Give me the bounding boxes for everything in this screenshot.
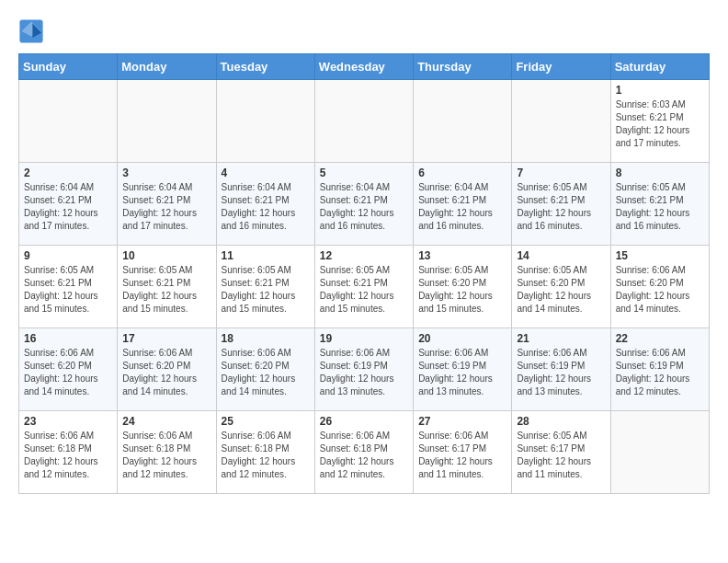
calendar-cell: 7Sunrise: 6:05 AM Sunset: 6:21 PM Daylig… (512, 163, 610, 246)
day-number: 20 (418, 332, 506, 345)
day-number: 19 (320, 332, 408, 345)
calendar-cell: 12Sunrise: 6:05 AM Sunset: 6:21 PM Dayli… (314, 246, 413, 328)
cell-info: Sunrise: 6:05 AM Sunset: 6:21 PM Dayligh… (122, 264, 210, 316)
cell-info: Sunrise: 6:04 AM Sunset: 6:21 PM Dayligh… (24, 181, 112, 233)
day-number: 26 (320, 415, 408, 428)
calendar-week-row: 23Sunrise: 6:06 AM Sunset: 6:18 PM Dayli… (19, 411, 710, 494)
logo (18, 18, 48, 44)
cell-info: Sunrise: 6:05 AM Sunset: 6:21 PM Dayligh… (320, 264, 408, 316)
cell-info: Sunrise: 6:05 AM Sunset: 6:21 PM Dayligh… (517, 181, 605, 233)
day-number: 12 (320, 249, 408, 262)
weekday-header: Tuesday (216, 54, 314, 80)
day-number: 13 (418, 249, 506, 262)
calendar-cell: 16Sunrise: 6:06 AM Sunset: 6:20 PM Dayli… (19, 328, 118, 411)
cell-info: Sunrise: 6:06 AM Sunset: 6:20 PM Dayligh… (24, 347, 112, 398)
cell-info: Sunrise: 6:05 AM Sunset: 6:21 PM Dayligh… (222, 264, 310, 316)
cell-info: Sunrise: 6:06 AM Sunset: 6:19 PM Dayligh… (517, 347, 605, 398)
calendar-cell: 3Sunrise: 6:04 AM Sunset: 6:21 PM Daylig… (118, 163, 216, 246)
calendar-cell: 25Sunrise: 6:06 AM Sunset: 6:18 PM Dayli… (216, 411, 314, 494)
cell-info: Sunrise: 6:06 AM Sunset: 6:20 PM Dayligh… (616, 264, 704, 316)
calendar-cell: 15Sunrise: 6:06 AM Sunset: 6:20 PM Dayli… (610, 246, 709, 328)
calendar-cell: 11Sunrise: 6:05 AM Sunset: 6:21 PM Dayli… (216, 246, 314, 328)
day-number: 9 (24, 249, 112, 262)
calendar-cell: 21Sunrise: 6:06 AM Sunset: 6:19 PM Dayli… (512, 328, 610, 411)
day-number: 11 (222, 249, 310, 262)
calendar-week-row: 2Sunrise: 6:04 AM Sunset: 6:21 PM Daylig… (19, 163, 710, 246)
day-number: 5 (320, 167, 408, 179)
weekday-header: Friday (512, 54, 610, 80)
cell-info: Sunrise: 6:06 AM Sunset: 6:18 PM Dayligh… (320, 430, 408, 481)
cell-info: Sunrise: 6:06 AM Sunset: 6:18 PM Dayligh… (24, 430, 112, 481)
calendar-cell: 5Sunrise: 6:04 AM Sunset: 6:21 PM Daylig… (314, 163, 413, 246)
weekday-header: Monday (118, 54, 216, 80)
calendar-cell (216, 80, 314, 163)
calendar-cell: 1Sunrise: 6:03 AM Sunset: 6:21 PM Daylig… (610, 80, 709, 163)
day-number: 18 (222, 332, 310, 345)
calendar-cell: 17Sunrise: 6:06 AM Sunset: 6:20 PM Dayli… (118, 328, 216, 411)
day-number: 14 (517, 249, 605, 262)
day-number: 4 (222, 167, 310, 179)
calendar-week-row: 1Sunrise: 6:03 AM Sunset: 6:21 PM Daylig… (19, 80, 710, 163)
cell-info: Sunrise: 6:04 AM Sunset: 6:21 PM Dayligh… (122, 181, 210, 233)
cell-info: Sunrise: 6:06 AM Sunset: 6:19 PM Dayligh… (320, 347, 408, 398)
day-number: 17 (122, 332, 210, 345)
calendar-cell (118, 80, 216, 163)
calendar-week-row: 9Sunrise: 6:05 AM Sunset: 6:21 PM Daylig… (19, 246, 710, 328)
day-number: 6 (418, 167, 506, 179)
day-number: 28 (517, 415, 605, 428)
cell-info: Sunrise: 6:06 AM Sunset: 6:20 PM Dayligh… (122, 347, 210, 398)
calendar-cell (610, 411, 709, 494)
cell-info: Sunrise: 6:03 AM Sunset: 6:21 PM Dayligh… (616, 98, 704, 150)
day-number: 7 (517, 167, 605, 179)
cell-info: Sunrise: 6:04 AM Sunset: 6:21 PM Dayligh… (418, 181, 506, 233)
calendar-cell: 26Sunrise: 6:06 AM Sunset: 6:18 PM Dayli… (314, 411, 413, 494)
day-number: 1 (616, 84, 704, 97)
cell-info: Sunrise: 6:06 AM Sunset: 6:18 PM Dayligh… (222, 430, 310, 481)
day-number: 10 (122, 249, 210, 262)
calendar-cell (19, 80, 118, 163)
day-number: 25 (222, 415, 310, 428)
calendar-cell: 14Sunrise: 6:05 AM Sunset: 6:20 PM Dayli… (512, 246, 610, 328)
calendar-cell: 6Sunrise: 6:04 AM Sunset: 6:21 PM Daylig… (414, 163, 512, 246)
day-number: 8 (616, 167, 704, 179)
calendar-cell: 9Sunrise: 6:05 AM Sunset: 6:21 PM Daylig… (19, 246, 118, 328)
cell-info: Sunrise: 6:05 AM Sunset: 6:20 PM Dayligh… (418, 264, 506, 316)
calendar-cell (512, 80, 610, 163)
calendar-cell: 18Sunrise: 6:06 AM Sunset: 6:20 PM Dayli… (216, 328, 314, 411)
cell-info: Sunrise: 6:04 AM Sunset: 6:21 PM Dayligh… (222, 181, 310, 233)
calendar-week-row: 16Sunrise: 6:06 AM Sunset: 6:20 PM Dayli… (19, 328, 710, 411)
day-number: 21 (517, 332, 605, 345)
calendar-cell: 24Sunrise: 6:06 AM Sunset: 6:18 PM Dayli… (118, 411, 216, 494)
calendar-cell (314, 80, 413, 163)
calendar-cell: 27Sunrise: 6:06 AM Sunset: 6:17 PM Dayli… (414, 411, 512, 494)
weekday-header: Wednesday (314, 54, 413, 80)
calendar-cell: 13Sunrise: 6:05 AM Sunset: 6:20 PM Dayli… (414, 246, 512, 328)
logo-icon (18, 18, 44, 44)
calendar-cell (414, 80, 512, 163)
weekday-header: Sunday (19, 54, 118, 80)
calendar-cell: 19Sunrise: 6:06 AM Sunset: 6:19 PM Dayli… (314, 328, 413, 411)
calendar-cell: 10Sunrise: 6:05 AM Sunset: 6:21 PM Dayli… (118, 246, 216, 328)
day-number: 2 (24, 167, 112, 179)
cell-info: Sunrise: 6:06 AM Sunset: 6:17 PM Dayligh… (418, 430, 506, 481)
day-number: 16 (24, 332, 112, 345)
day-number: 3 (122, 167, 210, 179)
calendar-cell: 2Sunrise: 6:04 AM Sunset: 6:21 PM Daylig… (19, 163, 118, 246)
weekday-header: Thursday (414, 54, 512, 80)
cell-info: Sunrise: 6:05 AM Sunset: 6:17 PM Dayligh… (517, 430, 605, 481)
cell-info: Sunrise: 6:04 AM Sunset: 6:21 PM Dayligh… (320, 181, 408, 233)
calendar-cell: 4Sunrise: 6:04 AM Sunset: 6:21 PM Daylig… (216, 163, 314, 246)
cell-info: Sunrise: 6:05 AM Sunset: 6:20 PM Dayligh… (517, 264, 605, 316)
page-header (18, 18, 710, 44)
cell-info: Sunrise: 6:06 AM Sunset: 6:19 PM Dayligh… (616, 347, 704, 398)
calendar-table: SundayMondayTuesdayWednesdayThursdayFrid… (18, 53, 710, 494)
calendar-cell: 23Sunrise: 6:06 AM Sunset: 6:18 PM Dayli… (19, 411, 118, 494)
day-number: 24 (122, 415, 210, 428)
cell-info: Sunrise: 6:06 AM Sunset: 6:20 PM Dayligh… (222, 347, 310, 398)
cell-info: Sunrise: 6:05 AM Sunset: 6:21 PM Dayligh… (616, 181, 704, 233)
calendar-cell: 22Sunrise: 6:06 AM Sunset: 6:19 PM Dayli… (610, 328, 709, 411)
day-number: 27 (418, 415, 506, 428)
day-number: 23 (24, 415, 112, 428)
weekday-header: Saturday (610, 54, 709, 80)
calendar-cell: 20Sunrise: 6:06 AM Sunset: 6:19 PM Dayli… (414, 328, 512, 411)
